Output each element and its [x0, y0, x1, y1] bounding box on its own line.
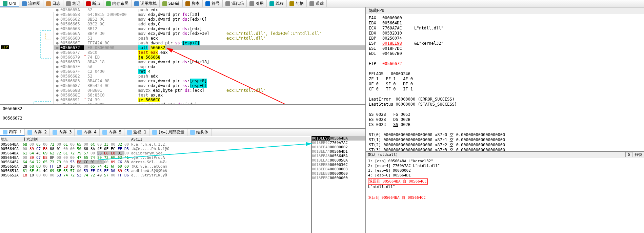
tab-notes[interactable]: 笔记: [63, 0, 83, 7]
hex-row[interactable]: 005664BA6B00650072006E0065006C0033003200…: [1, 142, 310, 147]
stack-row[interactable]: 0018EEB8 00000000: [312, 171, 365, 176]
breakpoint-gutter[interactable]: ●: [54, 41, 60, 45]
hex-dump[interactable]: 地址 十六进制 ASCII 005664BA6B00650072006E0065…: [0, 136, 311, 233]
breakpoint-gutter[interactable]: ●: [54, 7, 60, 12]
breakpoint-gutter[interactable]: ●: [54, 22, 60, 26]
tab-symbols[interactable]: 符号: [203, 0, 223, 7]
disasm-row[interactable]: ●0056666E FF7424 0Cpush dword ptr ss:[es…: [54, 41, 365, 45]
disasm-row[interactable]: ●00566687 8B5424 0Cmov edx,dword ptr ss:…: [54, 83, 365, 88]
reg-edi[interactable]: EDI004667B0: [369, 51, 641, 56]
disasm-row[interactable]: ●0056665B 64:8B15 30000000mov edx,dword …: [54, 12, 365, 17]
hex-row[interactable]: 005664CA0089C7E88801000050688A4E0EECFFD3…: [1, 147, 310, 151]
disasm-row[interactable]: ●00566672 E8 0B000000call 566682: [54, 45, 365, 50]
breakpoint-gutter[interactable]: ●: [54, 88, 60, 93]
dump-tab-7[interactable]: 结构体: [187, 129, 212, 136]
reg-esi[interactable]: ESI0018F7DC: [369, 46, 641, 51]
tab-script[interactable]: 脚本: [183, 0, 203, 7]
reg-ebx[interactable]: EBX005664D1: [369, 21, 641, 26]
breakpoint-gutter[interactable]: ●: [54, 60, 60, 64]
reg-ecx[interactable]: ECX7769A7AC L"ntdll.dll": [369, 26, 641, 31]
tab-threads[interactable]: 线程: [267, 0, 287, 7]
callconv-count[interactable]: 5: [625, 152, 632, 157]
stack-row[interactable]: 0018EEB0 0000030C: [312, 163, 365, 167]
breakpoint-gutter[interactable]: ●: [54, 102, 60, 105]
tab-callstack[interactable]: 调用堆栈: [132, 0, 160, 7]
breakpoint-gutter[interactable]: ●: [54, 83, 60, 88]
tab-trace[interactable]: 跟踪: [307, 0, 327, 7]
reg-esp[interactable]: ESP0018EE98 &L"kernel32": [369, 41, 641, 46]
breakpoint-gutter[interactable]: ●: [54, 79, 60, 83]
disassembly-panel[interactable]: EIP ●0056665A 52push edx●0056665B 64:8B1…: [0, 7, 365, 105]
hex-row[interactable]: 0056652AE810000000537472537472495700FFD6…: [1, 173, 310, 177]
disasm-row[interactable]: ●0056668E 66:85C0test ax,ax: [54, 93, 365, 98]
disasm-row[interactable]: ●00566665 83C2 0Cadd edx,C: [54, 22, 365, 26]
tab-refs[interactable]: 引用: [247, 0, 267, 7]
tab-handles[interactable]: 句柄: [287, 0, 307, 7]
reg-eax[interactable]: EAX00000000: [369, 16, 641, 21]
disasm-row[interactable]: ●00566662 8B52 0Cmov edx,dword ptr ds:[e…: [54, 17, 365, 22]
dump-tab-2[interactable]: 内存 3: [50, 129, 75, 136]
call-args-panel[interactable]: 默认 (stdcall) 5解锁 1: [esp] 005664BA L"ker…: [366, 152, 644, 233]
tab-bp[interactable]: 断点: [83, 0, 103, 7]
breakpoint-gutter[interactable]: ●: [54, 64, 60, 69]
breakpoint-gutter[interactable]: ●: [54, 26, 60, 31]
breakpoint-gutter[interactable]: ●: [54, 50, 60, 55]
breakpoint-gutter[interactable]: ●: [54, 93, 60, 98]
breakpoint-gutter[interactable]: ●: [54, 36, 60, 41]
dump-tab-3[interactable]: 内存 4: [75, 129, 99, 136]
dump-tab-4[interactable]: 内存 5: [100, 129, 124, 136]
tab-flow[interactable]: 流程图: [19, 0, 43, 7]
breakpoint-gutter[interactable]: ●: [54, 74, 60, 79]
tab-mem[interactable]: 内存布局: [103, 0, 132, 7]
disasm-row[interactable]: ●00566682 52push edx: [54, 74, 365, 79]
unlock-button[interactable]: 解锁: [635, 152, 642, 157]
disasm-row[interactable]: ●0056666D 51push ecxecx:L"ntdll.dll": [54, 36, 365, 41]
disasm-row[interactable]: ●0056666A 8B4A 30mov ecx,dword ptr ds:[e…: [54, 31, 365, 36]
tab-source[interactable]: 源代码: [223, 0, 247, 7]
disasm-row[interactable]: ●0056668B 0FB601movzx eax,byte ptr ds:[e…: [54, 88, 365, 93]
stack-row[interactable]: 0018EEBC 00000000: [312, 176, 365, 180]
disasm-row[interactable]: ●00566683 8B4C24 08mov ecx,dword ptr ss:…: [54, 79, 365, 83]
hex-row[interactable]: 005664DA61644C696272617279570053E8E80100…: [1, 151, 310, 155]
disasm-row[interactable]: ●0056667E 5Apop edx: [54, 64, 365, 69]
reg-edx[interactable]: EDX00532D10: [369, 31, 641, 36]
disasm-bytes: 66:85C0: [87, 93, 138, 98]
disasm-row[interactable]: ●00566677 85C0test eax,eax: [54, 50, 365, 55]
stack-row[interactable]: 0018EEA4 005664D1: [312, 149, 365, 154]
breakpoint-gutter[interactable]: ●: [54, 45, 60, 50]
dump-tab-5[interactable]: 监视 1: [124, 129, 149, 136]
stack-row[interactable]: 0018EEAC 0000058A: [312, 158, 365, 163]
breakpoint-gutter[interactable]: ●: [54, 17, 60, 22]
stack-row[interactable]: 0018EEA8 005664BA: [312, 154, 365, 158]
stack-row[interactable]: 0018EE98 005664BA: [312, 136, 365, 141]
tab-cpu[interactable]: CPU: [0, 0, 19, 7]
dump-tab-6[interactable]: [x=]局部变量: [149, 129, 187, 136]
breakpoint-gutter[interactable]: ●: [54, 55, 60, 60]
tab-log[interactable]: 日志: [43, 0, 63, 7]
breakpoint-gutter[interactable]: ●: [54, 12, 60, 17]
disasm-row[interactable]: ●00566691 ˅74 39je 5666CC: [54, 98, 365, 102]
disasm-row[interactable]: ●00566693 66:3B02cmp ax,word ptr ds:[edx…: [54, 102, 365, 105]
breakpoint-gutter[interactable]: ●: [54, 69, 60, 74]
stack-pane[interactable]: 0018EE98 005664BA0018EE9C 7769A7AC0018EE…: [311, 136, 365, 233]
breakpoint-gutter[interactable]: ●: [54, 98, 60, 102]
stack-row[interactable]: 0018EE9C 7769A7AC: [312, 141, 365, 145]
disasm-row[interactable]: ●00566679 ˅74 EDje 566668: [54, 55, 365, 60]
disasm-row[interactable]: ●00566668 8B12mov edx,dword ptr ds:[edx]: [54, 26, 365, 31]
dump-tab-0[interactable]: 内存 1: [0, 129, 25, 136]
fpu-toggle[interactable]: 隐藏FPU: [366, 7, 644, 14]
hex-row[interactable]: 0056651A616E644C696E65570053FFD6FFD089C5…: [1, 169, 310, 173]
stack-row[interactable]: 0018EEB4 00000003: [312, 167, 365, 171]
registers-panel[interactable]: 隐藏FPU EAX00000000EBX005664D1ECX7769A7AC …: [366, 7, 644, 152]
breakpoint-gutter[interactable]: ●: [54, 31, 60, 36]
disasm-row[interactable]: ●0056665A 52push edx: [54, 7, 365, 12]
tab-seh[interactable]: SEH链: [160, 0, 183, 7]
disasm-row[interactable]: ●0056667F C2 0400ret 4: [54, 69, 365, 74]
hex-row[interactable]: 0056650A286B6B00FF10E81000006574436F6D6D…: [1, 164, 310, 169]
dump-tab-1[interactable]: 内存 2: [25, 129, 49, 136]
stack-row[interactable]: 0018EEA0 00000002: [312, 145, 365, 149]
hex-row[interactable]: 005664FA6464726573730053E8CC01000089C68B…: [1, 160, 310, 164]
disasm-row[interactable]: ●0056667B 8B42 18mov eax,dword ptr ds:[e…: [54, 60, 365, 64]
reg-ebp[interactable]: EBP00250074: [369, 36, 641, 41]
hex-row[interactable]: 005664EA0089C7E80F00000047657450726F6341…: [1, 155, 310, 160]
